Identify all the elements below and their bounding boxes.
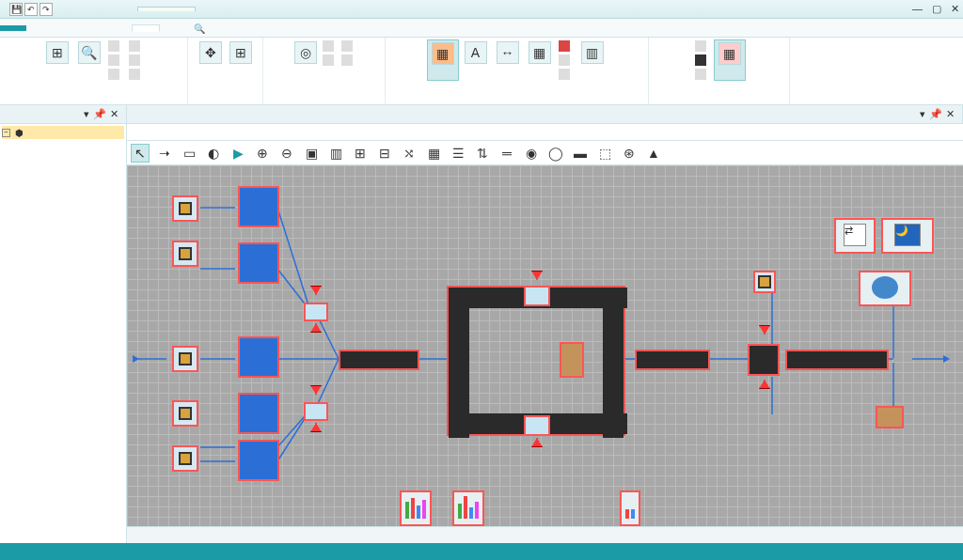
buffer-icon[interactable]: ☰ <box>449 144 467 163</box>
marks-button[interactable]: ◎ <box>291 39 321 68</box>
maximize-icon[interactable]: ▢ <box>932 3 941 15</box>
pickandplace-icon[interactable]: ⤭ <box>400 144 418 163</box>
interface-icon[interactable]: ◐ <box>204 144 223 163</box>
merge-node[interactable] <box>304 303 328 321</box>
source-icon[interactable]: ⊕ <box>253 144 272 163</box>
conveyor[interactable] <box>785 350 889 370</box>
class-library-tree[interactable]: −⬢ <box>0 124 127 543</box>
source-node[interactable] <box>172 195 198 222</box>
qat-redo-icon[interactable]: ↷ <box>39 3 53 16</box>
u-conveyor[interactable] <box>447 286 625 436</box>
connections-button[interactable]: ↔ <box>493 39 523 81</box>
station-node[interactable] <box>238 440 279 481</box>
inherit-options-button[interactable]: ▥ <box>577 39 608 81</box>
sorter-icon[interactable]: ⇅ <box>473 144 492 163</box>
planning-view-button[interactable]: ▦ <box>427 39 459 81</box>
transfer-node[interactable] <box>524 286 550 306</box>
tree-root[interactable]: −⬢ <box>2 126 124 139</box>
angconv-icon[interactable]: ◉ <box>522 144 541 163</box>
parallelproc-icon[interactable]: ▥ <box>326 144 345 163</box>
drain-icon[interactable]: ⊖ <box>277 144 296 163</box>
add-button[interactable] <box>339 39 358 53</box>
twolane-icon[interactable]: ⬚ <box>595 144 614 163</box>
grid-settings-button[interactable]: ⊞ <box>226 39 256 68</box>
names-button[interactable]: A <box>461 39 491 81</box>
close-panel-icon[interactable]: ✕ <box>946 108 955 120</box>
flowcontrol-icon[interactable]: ⊛ <box>620 144 639 163</box>
worker-chart[interactable] <box>620 490 640 526</box>
tab-edit[interactable] <box>105 25 132 31</box>
point-clouds-button[interactable] <box>557 54 576 67</box>
close-panel-icon[interactable]: ✕ <box>110 108 118 120</box>
unhide-objects-button[interactable] <box>693 54 712 67</box>
dismantle-icon[interactable]: ⊟ <box>375 144 394 163</box>
station-node[interactable] <box>238 336 279 378</box>
pin-icon[interactable]: ▾ <box>84 108 89 120</box>
resource-chart[interactable] <box>452 490 484 526</box>
buffer-node[interactable] <box>560 342 584 378</box>
line-icon[interactable]: ═ <box>497 144 516 163</box>
context-tab-3d[interactable] <box>137 7 196 11</box>
attach-button[interactable] <box>321 39 339 53</box>
left-button[interactable] <box>106 39 125 53</box>
track-icon[interactable]: ▬ <box>571 144 590 163</box>
connector-icon[interactable]: ➝ <box>155 144 174 163</box>
3d-canvas[interactable]: ⇄ 🌙 <box>127 165 963 526</box>
hide-object-button[interactable] <box>693 39 712 53</box>
bottom-button[interactable] <box>127 68 146 81</box>
pin2-icon[interactable]: 📌 <box>929 108 942 120</box>
assembly-icon[interactable]: ⊞ <box>351 144 370 163</box>
shiftcalendar-palette[interactable]: 🌙 <box>881 218 934 254</box>
minimize-icon[interactable]: — <box>912 3 923 15</box>
ext-graphic-button[interactable] <box>557 39 576 53</box>
drain-node[interactable] <box>876 406 904 428</box>
tab-view[interactable] <box>132 24 160 32</box>
pin2-icon[interactable]: 📌 <box>93 108 106 120</box>
frame-icon[interactable]: ▭ <box>180 144 198 163</box>
tab-debugger[interactable] <box>53 25 79 31</box>
event-icon[interactable]: ▶ <box>229 144 247 163</box>
file-menu[interactable] <box>0 25 26 31</box>
source-node[interactable] <box>172 445 198 472</box>
view-all-button[interactable]: ⊞ <box>42 39 72 81</box>
obstacles-button[interactable]: ▦ <box>714 39 746 81</box>
transform-button[interactable]: ✥ <box>196 39 226 68</box>
store-icon[interactable]: ▦ <box>424 144 443 163</box>
tab-video[interactable] <box>160 25 186 31</box>
zoom-to-objects-button[interactable]: 🔍 <box>74 39 104 81</box>
animate-button[interactable] <box>339 54 358 67</box>
back-button[interactable] <box>127 54 146 67</box>
station-node[interactable] <box>238 393 279 434</box>
conveyor[interactable] <box>635 350 710 370</box>
transfer-node[interactable] <box>524 415 550 436</box>
close-icon[interactable]: ✕ <box>951 3 959 15</box>
pin-icon[interactable]: ▾ <box>920 108 925 120</box>
qat-save-icon[interactable]: 💾 <box>9 3 23 16</box>
right-button[interactable] <box>127 39 146 53</box>
junction-node[interactable] <box>748 344 780 376</box>
source-node[interactable] <box>753 271 776 293</box>
workerpool-palette[interactable] <box>859 271 911 306</box>
tab-window[interactable] <box>79 25 105 31</box>
grid-button[interactable]: ▦ <box>525 39 555 81</box>
source-node[interactable] <box>172 346 198 372</box>
broker-palette[interactable]: ⇄ <box>834 218 876 254</box>
merge-node[interactable] <box>304 402 328 421</box>
station-node[interactable] <box>238 186 279 227</box>
tab-home[interactable] <box>26 25 53 31</box>
command-search[interactable] <box>194 23 205 34</box>
source-node[interactable] <box>172 400 198 427</box>
pointer-icon[interactable]: ↖ <box>131 144 150 163</box>
conveyor[interactable] <box>339 350 419 370</box>
cycle-icon[interactable]: ▲ <box>644 144 663 163</box>
buffer-chart[interactable] <box>400 490 432 526</box>
turntable-icon[interactable]: ◯ <box>546 144 565 163</box>
shadows-button[interactable] <box>557 68 576 81</box>
detach-button[interactable] <box>321 54 339 67</box>
station-node[interactable] <box>238 242 279 284</box>
source-node[interactable] <box>172 241 198 267</box>
wireframes-button[interactable] <box>693 68 712 81</box>
front-button[interactable] <box>106 54 125 67</box>
singleproc-icon[interactable]: ▣ <box>302 144 321 163</box>
qat-undo-icon[interactable]: ↶ <box>24 3 38 16</box>
